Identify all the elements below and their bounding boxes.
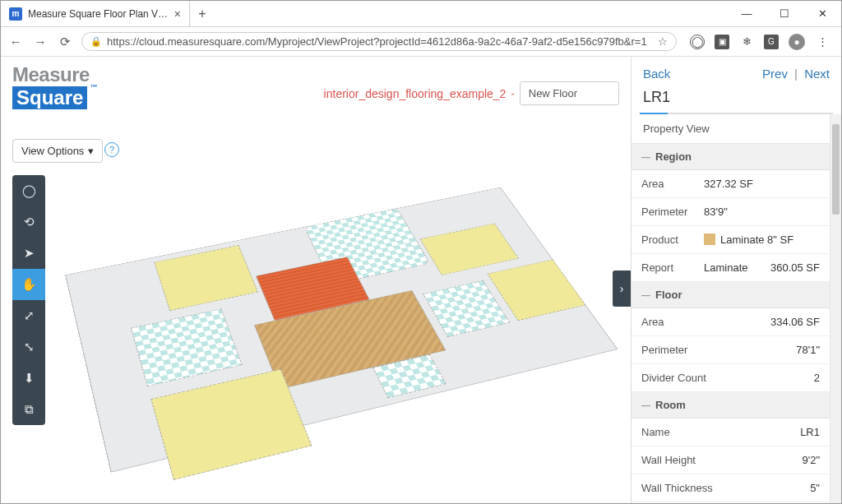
prop-row: Perimeter83'9" xyxy=(632,198,830,226)
panel-scrollbar[interactable] xyxy=(830,114,841,504)
project-name: interior_design_flooring_example_2 xyxy=(324,87,507,100)
share-tool-icon[interactable]: ⧉ xyxy=(12,394,45,425)
back-icon[interactable]: ← xyxy=(7,35,24,49)
title-underline xyxy=(640,113,833,114)
extension-icon[interactable]: ◯ xyxy=(690,35,705,49)
section-region[interactable]: —Region xyxy=(632,144,830,170)
lock-icon: 🔒 xyxy=(90,36,102,47)
url-text: https://cloud.measuresquare.com/Myprojec… xyxy=(107,35,653,48)
section-room[interactable]: —Room xyxy=(632,392,830,418)
product-swatch-icon xyxy=(704,234,715,245)
prop-row: NameLR1 xyxy=(632,418,830,446)
brand-line2: Square xyxy=(12,86,87,109)
refresh-tool-icon[interactable]: ⟲ xyxy=(12,206,45,238)
pan-tool-icon[interactable]: ✋ xyxy=(12,269,45,300)
separator: - xyxy=(511,87,514,99)
prop-row: Perimeter78'1" xyxy=(632,336,830,364)
profile-avatar-icon[interactable]: ● xyxy=(789,34,805,50)
browser-tab[interactable]: m Measure Square Floor Plan Viewe × xyxy=(1,1,190,26)
brand-line1: Measure xyxy=(12,63,90,86)
property-view-header: Property View xyxy=(632,114,830,144)
tab-title: Measure Square Floor Plan Viewe xyxy=(28,8,169,20)
collapse-tool-icon[interactable]: ⤡ xyxy=(12,331,45,363)
prop-row: Wall Thickness5" xyxy=(632,474,830,502)
download-tool-icon[interactable]: ⬇ xyxy=(12,363,45,394)
prop-row: Divider Count2 xyxy=(632,364,830,392)
address-bar: ← → ⟳ 🔒 https://cloud.measuresquare.com/… xyxy=(1,27,841,57)
orbit-tool-icon[interactable]: ◯ xyxy=(12,175,45,206)
extension-icon[interactable]: ❄ xyxy=(739,35,754,49)
scroll-thumb[interactable] xyxy=(832,124,840,215)
favicon-icon: m xyxy=(9,7,22,21)
separator: | xyxy=(794,67,798,81)
prop-row: Area327.32 SF xyxy=(632,170,830,198)
panel-collapse-handle[interactable]: › xyxy=(613,270,631,307)
collapse-icon: — xyxy=(641,152,650,162)
section-floor[interactable]: —Floor xyxy=(632,282,830,308)
floor-select[interactable]: New Floor xyxy=(520,81,619,105)
url-field[interactable]: 🔒 https://cloud.measuresquare.com/Myproj… xyxy=(81,32,677,51)
maximize-icon[interactable]: ☐ xyxy=(766,1,803,26)
next-link[interactable]: Next xyxy=(804,67,830,81)
view-options-button[interactable]: View Options ▾ xyxy=(12,139,103,163)
kebab-menu-icon[interactable]: ⋮ xyxy=(815,35,830,49)
help-icon[interactable]: ? xyxy=(104,142,119,157)
view-options-label: View Options xyxy=(21,145,84,157)
vertical-toolbar: ◯ ⟲ ➤ ✋ ⤢ ⤡ ⬇ ⧉ xyxy=(12,175,45,425)
reload-icon[interactable]: ⟳ xyxy=(57,35,73,49)
prop-row: Area334.06 SF xyxy=(632,308,830,336)
back-link[interactable]: Back xyxy=(643,67,670,81)
caret-down-icon: ▾ xyxy=(88,145,94,157)
brand-logo: Measure Square xyxy=(12,63,90,109)
star-icon[interactable]: ☆ xyxy=(658,35,668,48)
pointer-tool-icon[interactable]: ➤ xyxy=(12,238,45,269)
prop-row: Wall Height9'2" xyxy=(632,446,830,474)
close-icon[interactable]: × xyxy=(174,7,181,21)
forward-icon[interactable]: → xyxy=(32,35,49,49)
collapse-icon: — xyxy=(641,290,650,300)
room-title: LR1 xyxy=(632,89,841,113)
prop-row: ProductLaminate 8" SF xyxy=(632,226,830,254)
expand-tool-icon[interactable]: ⤢ xyxy=(12,300,45,331)
main-canvas-area: Measure Square interior_design_flooring_… xyxy=(1,57,631,504)
new-tab-button[interactable]: + xyxy=(190,1,215,26)
minimize-icon[interactable]: — xyxy=(728,1,766,26)
property-panel: Back Prev | Next LR1 Property View —Regi… xyxy=(631,57,841,504)
extension-icon[interactable]: G xyxy=(764,35,779,49)
floor-plan-3d[interactable] xyxy=(58,160,659,504)
prev-link[interactable]: Prev xyxy=(762,67,788,81)
browser-titlebar: m Measure Square Floor Plan Viewe × + — … xyxy=(1,1,841,27)
collapse-icon: — xyxy=(641,400,650,410)
window-close-icon[interactable]: ✕ xyxy=(803,1,841,26)
prop-row: ReportLaminate360.05 SF xyxy=(632,254,830,282)
extension-icon[interactable]: ▣ xyxy=(715,35,729,49)
